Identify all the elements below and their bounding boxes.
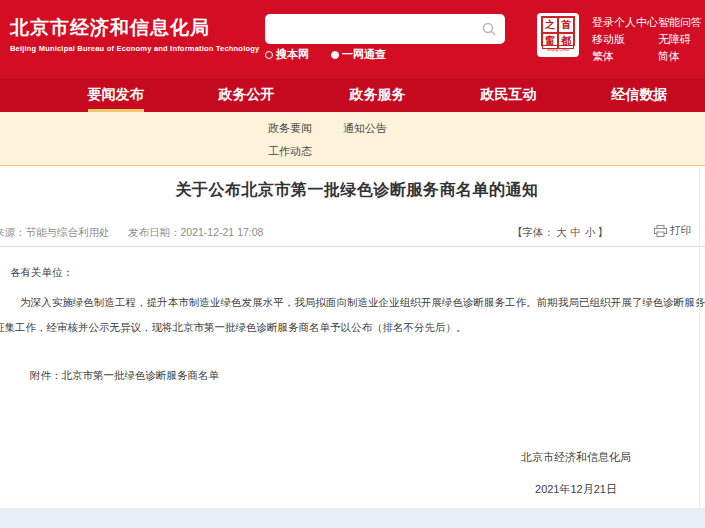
meta-divider <box>0 246 705 247</box>
seal-caption: Beijing-China <box>543 46 574 52</box>
capital-window-logo[interactable]: 之 首 窗 都 Beijing-China <box>537 13 579 57</box>
publish-date-label: 发布日期： <box>128 226 181 238</box>
nav-item-news-release[interactable]: 要闻发布 <box>50 80 181 112</box>
link-mobile-version[interactable]: 移动版 <box>592 31 658 48</box>
font-size-control: 【字体：大中小】 <box>512 226 608 240</box>
quick-links-column-1: 登录个人中心 移动版 繁体 <box>592 14 658 65</box>
quick-links-column-2: 智能问答 无障碍 简体 <box>658 14 702 65</box>
source-value: 节能与综合利用处 <box>26 226 110 238</box>
radio-unselected-icon[interactable] <box>265 51 273 59</box>
font-size-small-button[interactable]: 小 <box>583 226 598 238</box>
font-size-large-button[interactable]: 大 <box>554 226 569 238</box>
font-size-medium-button[interactable]: 中 <box>569 226 584 238</box>
main-nav: 要闻发布 政务公开 政务服务 政民互动 经信数据 <box>0 80 705 112</box>
nav-item-label: 政务服务 <box>350 80 406 112</box>
search-box[interactable] <box>265 14 505 44</box>
signature-organization: 北京市经济和信息化局 <box>456 450 696 465</box>
seal-char: 之 <box>542 17 558 33</box>
article-meta-row: 来源：节能与综合利用处 发布日期：2021-12-21 17:08 【字体：大中… <box>0 226 705 242</box>
page-title: 关于公布北京市第一批绿色诊断服务商名单的通知 <box>0 180 705 201</box>
article: 关于公布北京市第一批绿色诊断服务商名单的通知 来源：节能与综合利用处 发布日期：… <box>0 166 705 201</box>
link-smart-qa[interactable]: 智能问答 <box>658 14 702 31</box>
printer-icon <box>654 225 667 237</box>
scope-option-label: 搜本网 <box>276 47 309 62</box>
source-field: 来源：节能与综合利用处 <box>0 226 110 240</box>
font-size-label: 【字体： <box>512 226 554 238</box>
article-body: 为深入实施绿色制造工程，提升本市制造业绿色发展水平，我局拟面向制造业企业组织开展… <box>0 290 705 340</box>
scope-option-label: 一网通查 <box>342 47 386 62</box>
submenu-panel: 政务要闻 通知公告 工作动态 <box>0 112 705 166</box>
page: 北京市经济和信息化局 Beijing Municipal Bureau of E… <box>0 0 705 528</box>
link-login-personal-center[interactable]: 登录个人中心 <box>592 14 658 31</box>
submenu-item-notices[interactable]: 通知公告 <box>343 121 387 136</box>
print-button[interactable]: 打印 <box>654 224 691 238</box>
nav-item-gov-services[interactable]: 政务服务 <box>312 80 443 112</box>
print-label: 打印 <box>670 224 691 238</box>
scope-option-network[interactable]: 一网通查 <box>331 47 386 62</box>
content-right-border <box>699 166 700 508</box>
font-size-label-close: 】 <box>598 226 609 238</box>
nav-item-gov-openness[interactable]: 政务公开 <box>181 80 312 112</box>
scope-option-site[interactable]: 搜本网 <box>265 47 309 62</box>
submenu-item-work-updates[interactable]: 工作动态 <box>268 144 312 159</box>
search-icon[interactable] <box>481 21 497 37</box>
salutation: 各有关单位： <box>10 266 73 280</box>
nav-item-public-interaction[interactable]: 政民互动 <box>443 80 574 112</box>
publish-date-value: 2021-12-21 17:08 <box>181 226 264 238</box>
capital-window-seal-icon: 之 首 窗 都 <box>541 16 575 46</box>
search-scope-row: 搜本网 一网通查 <box>265 47 386 62</box>
nav-item-label: 要闻发布 <box>88 80 144 112</box>
link-simplified-chinese[interactable]: 简体 <box>658 48 702 65</box>
submenu-item-gov-news[interactable]: 政务要闻 <box>268 121 312 136</box>
footer-strip <box>0 508 705 528</box>
source-label: 来源： <box>0 226 26 238</box>
nav-item-label: 经信数据 <box>612 80 668 112</box>
radio-selected-icon[interactable] <box>331 51 339 59</box>
site-title: 北京市经济和信息化局 <box>10 16 259 40</box>
publish-date-field: 发布日期：2021-12-21 17:08 <box>128 226 263 240</box>
search-input[interactable] <box>275 16 475 42</box>
seal-char: 首 <box>558 17 574 33</box>
link-accessibility[interactable]: 无障碍 <box>658 31 702 48</box>
masthead: 北京市经济和信息化局 Beijing Municipal Bureau of E… <box>0 0 705 80</box>
article-content-area: 关于公布北京市第一批绿色诊断服务商名单的通知 来源：节能与综合利用处 发布日期：… <box>0 166 705 508</box>
attachment-link[interactable]: 附件：北京市第一批绿色诊断服务商名单 <box>30 369 219 383</box>
nav-item-label: 政民互动 <box>481 80 537 112</box>
nav-item-label: 政务公开 <box>219 80 275 112</box>
link-traditional-chinese[interactable]: 繁体 <box>592 48 658 65</box>
site-subtitle: Beijing Municipal Bureau of Economy and … <box>10 44 259 53</box>
nav-item-economy-data[interactable]: 经信数据 <box>574 80 705 112</box>
signature-date: 2021年12月21日 <box>456 482 696 497</box>
site-brand[interactable]: 北京市经济和信息化局 Beijing Municipal Bureau of E… <box>10 16 259 53</box>
